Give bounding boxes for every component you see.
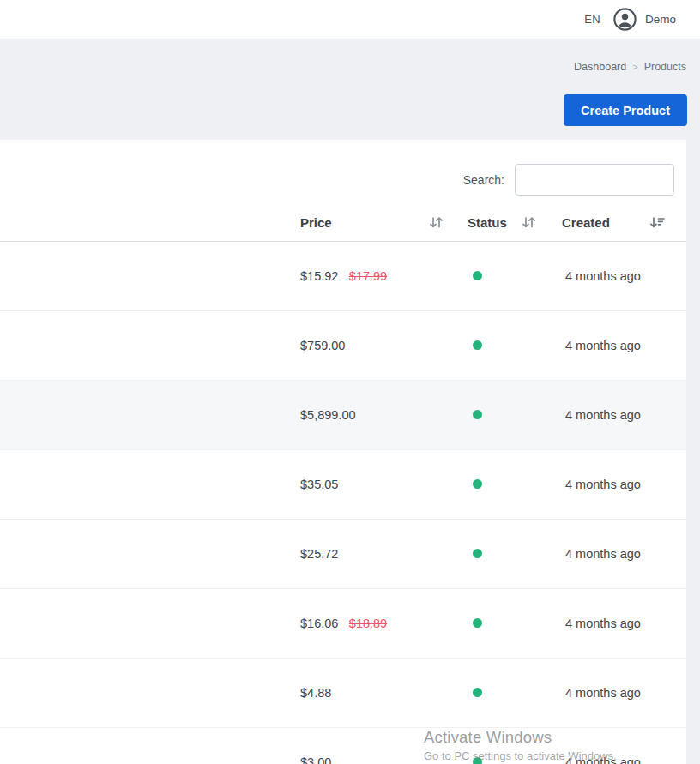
created-cell: 4 months ago: [562, 686, 649, 700]
old-price-value: $17.99: [349, 269, 387, 283]
topbar-right: EN Demo: [584, 8, 676, 31]
column-header-created[interactable]: Created: [562, 215, 649, 230]
created-cell: 4 months ago: [562, 755, 649, 764]
table-body: $15.92 $17.99 4 months ago $759.00 4 mon…: [0, 242, 686, 764]
created-cell: 4 months ago: [562, 617, 649, 630]
price-cell: $3.00: [300, 755, 429, 764]
breadcrumb-separator-icon: >: [632, 62, 637, 72]
status-cell: [468, 407, 522, 423]
user-menu[interactable]: Demo: [645, 13, 676, 26]
price-value: $759.00: [300, 339, 345, 352]
table-row[interactable]: $15.92 $17.99 4 months ago: [0, 242, 686, 311]
search-input[interactable]: [515, 164, 674, 196]
created-cell: 4 months ago: [562, 269, 649, 283]
price-cell: $4.88: [300, 685, 429, 701]
price-value: $25.72: [300, 547, 338, 561]
status-cell: [468, 755, 522, 764]
page-header: Dashboard > Products Create Product: [0, 39, 700, 140]
created-sort-desc-icon[interactable]: [649, 216, 686, 229]
column-header-status[interactable]: Status: [468, 215, 522, 230]
create-product-button[interactable]: Create Product: [564, 94, 687, 126]
table-row[interactable]: $25.72 4 months ago: [0, 520, 686, 589]
status-active-dot-icon: [473, 757, 482, 764]
breadcrumb: Dashboard > Products: [574, 61, 686, 73]
price-value: $35.05: [300, 478, 338, 491]
table-row[interactable]: $759.00 4 months ago: [0, 311, 686, 381]
price-value: $16.06: [300, 617, 338, 630]
price-cell: $5,899.00: [300, 407, 429, 423]
price-sort-icon[interactable]: [429, 216, 468, 229]
table-row[interactable]: $3.00 4 months ago: [0, 728, 686, 764]
status-active-dot-icon: [473, 410, 482, 419]
status-cell: [468, 477, 522, 492]
status-cell: [468, 338, 522, 353]
status-active-dot-icon: [473, 549, 482, 558]
price-value: $4.88: [300, 686, 331, 700]
search-label: Search:: [463, 173, 504, 187]
table-row[interactable]: $35.05 4 months ago: [0, 450, 686, 520]
price-cell: $35.05: [300, 477, 429, 492]
created-cell: 4 months ago: [562, 339, 649, 352]
created-cell: 4 months ago: [562, 547, 649, 561]
old-price-value: $18.89: [349, 617, 387, 630]
price-cell: $759.00: [300, 338, 429, 353]
content-area: Search: Price Status: [0, 140, 700, 764]
status-active-dot-icon: [473, 479, 482, 489]
status-active-dot-icon: [473, 688, 482, 697]
status-cell: [468, 616, 522, 631]
status-active-dot-icon: [473, 618, 482, 628]
status-cell: [468, 268, 522, 284]
table-row[interactable]: $4.88 4 months ago: [0, 659, 686, 728]
status-cell: [468, 685, 522, 701]
column-header-price[interactable]: Price: [300, 215, 429, 230]
breadcrumb-products: Products: [644, 61, 686, 73]
price-cell: $15.92 $17.99: [300, 268, 429, 284]
topbar: EN Demo: [0, 0, 700, 39]
table-row[interactable]: $16.06 $18.89 4 months ago: [0, 589, 686, 659]
table-row[interactable]: $5,899.00 4 months ago: [0, 381, 686, 450]
price-cell: $25.72: [300, 546, 429, 562]
status-sort-icon[interactable]: [522, 216, 562, 229]
created-cell: 4 months ago: [562, 408, 649, 422]
user-avatar-icon[interactable]: [613, 8, 637, 31]
products-table-card: Search: Price Status: [0, 140, 686, 764]
price-value: $3.00: [300, 755, 331, 764]
created-cell: 4 months ago: [562, 478, 649, 491]
status-cell: [468, 546, 522, 562]
price-cell: $16.06 $18.89: [300, 616, 429, 631]
status-active-dot-icon: [473, 340, 482, 350]
search-row: Search:: [0, 140, 686, 196]
status-active-dot-icon: [473, 271, 482, 280]
breadcrumb-dashboard[interactable]: Dashboard: [574, 61, 626, 73]
language-selector[interactable]: EN: [584, 13, 600, 26]
price-value: $15.92: [300, 269, 338, 283]
table-header: Price Status Created: [0, 204, 686, 242]
price-value: $5,899.00: [300, 408, 356, 422]
